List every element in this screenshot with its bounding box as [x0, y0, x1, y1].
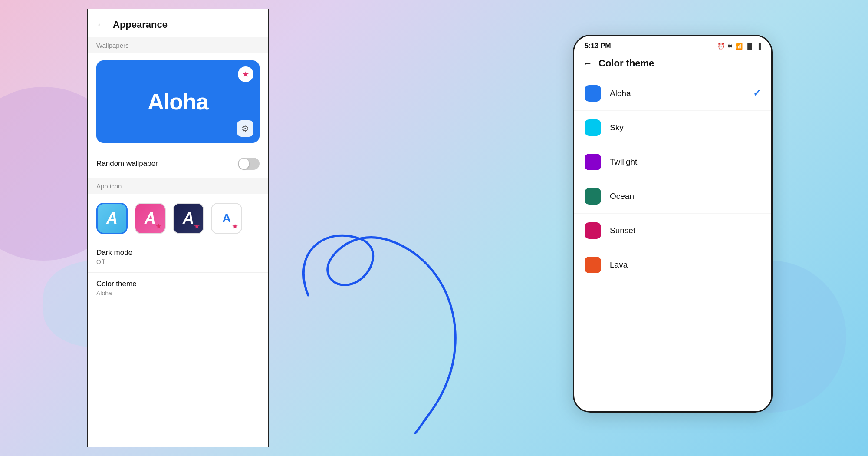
theme-item-aloha[interactable]: Aloha✓ — [574, 76, 771, 111]
app-icon-outline-letter: A — [222, 211, 231, 225]
app-icon-dark[interactable]: A ★ — [173, 203, 204, 234]
app-icon-section: A A ★ A ★ A ★ — [88, 194, 268, 241]
random-wallpaper-label: Random wallpaper — [96, 159, 158, 168]
app-icon-section-label: App icon — [88, 178, 268, 194]
dark-mode-label: Dark mode — [96, 248, 260, 257]
theme-check-icon: ✓ — [753, 88, 761, 99]
panel-title: Appearance — [113, 19, 168, 30]
bluetooth-icon: ✱ — [727, 43, 733, 50]
theme-name-twilight: Twilight — [610, 157, 761, 167]
theme-name-lava: Lava — [610, 260, 761, 270]
phone-back-arrow-icon[interactable]: ← — [583, 58, 592, 69]
color-theme-title: Color theme — [598, 58, 654, 69]
random-wallpaper-toggle[interactable] — [238, 158, 260, 170]
app-icon-sky-letter: A — [106, 209, 118, 228]
dark-mode-value: Off — [96, 258, 260, 265]
theme-item-sky[interactable]: Sky — [574, 111, 771, 145]
app-icon-outline-star: ★ — [232, 223, 238, 230]
app-icon-pink-letter: A — [145, 209, 156, 228]
random-wallpaper-row[interactable]: Random wallpaper — [88, 150, 268, 178]
app-icon-outline[interactable]: A ★ — [211, 203, 242, 234]
wallpaper-title: Aloha — [148, 89, 208, 115]
app-icon-sky[interactable]: A — [96, 203, 128, 234]
theme-item-ocean[interactable]: Ocean — [574, 179, 771, 214]
panel-header: ← Appearance — [88, 9, 268, 37]
wallpaper-gear-icon[interactable]: ⚙ — [237, 120, 253, 137]
alarm-icon: ⏰ — [717, 43, 725, 50]
app-icon-dark-star: ★ — [194, 223, 200, 230]
theme-item-sunset[interactable]: Sunset — [574, 214, 771, 248]
app-icon-pink-star: ★ — [156, 223, 161, 230]
theme-name-aloha: Aloha — [610, 89, 753, 98]
app-icon-dark-letter: A — [183, 209, 194, 228]
color-theme-value: Aloha — [96, 290, 260, 297]
signal-icon: ▐▌ — [745, 43, 754, 50]
dark-mode-row[interactable]: Dark mode Off — [88, 241, 268, 273]
theme-color-sunset — [585, 222, 601, 239]
back-arrow-icon[interactable]: ← — [96, 19, 106, 30]
theme-item-lava[interactable]: Lava — [574, 248, 771, 282]
theme-name-sunset: Sunset — [610, 226, 761, 235]
app-icons-row: A A ★ A ★ A ★ — [96, 203, 260, 234]
status-bar: 5:13 PM ⏰ ✱ 📶 ▐▌ ▐ — [574, 36, 771, 53]
theme-color-lava — [585, 257, 601, 273]
color-theme-row[interactable]: Color theme Aloha — [88, 273, 268, 304]
theme-color-aloha — [585, 85, 601, 102]
app-icon-pink[interactable]: A ★ — [135, 203, 166, 234]
right-phone: 5:13 PM ⏰ ✱ 📶 ▐▌ ▐ ← Color theme Aloha✓S… — [573, 35, 773, 413]
toggle-knob — [239, 159, 249, 169]
wallpaper-star-icon[interactable]: ★ — [238, 66, 253, 82]
left-panel: ← Appearance Wallpapers ★ Aloha ⚙ Random… — [87, 9, 269, 447]
theme-name-sky: Sky — [610, 123, 761, 132]
theme-color-ocean — [585, 188, 601, 205]
theme-item-twilight[interactable]: Twilight — [574, 145, 771, 179]
theme-name-ocean: Ocean — [610, 192, 761, 201]
wallpapers-section-label: Wallpapers — [88, 37, 268, 53]
status-icons: ⏰ ✱ 📶 ▐▌ ▐ — [717, 43, 761, 50]
theme-color-sky — [585, 119, 601, 136]
theme-list: Aloha✓SkyTwilightOceanSunsetLava — [574, 76, 771, 282]
theme-color-twilight — [585, 154, 601, 170]
wifi-icon: 📶 — [735, 43, 743, 50]
annotation-arrow — [239, 217, 542, 434]
wallpaper-card[interactable]: ★ Aloha ⚙ — [96, 60, 260, 143]
battery-icon: ▐ — [756, 43, 761, 50]
status-time: 5:13 PM — [585, 42, 611, 50]
color-theme-label: Color theme — [96, 280, 260, 288]
phone-header: ← Color theme — [574, 53, 771, 76]
